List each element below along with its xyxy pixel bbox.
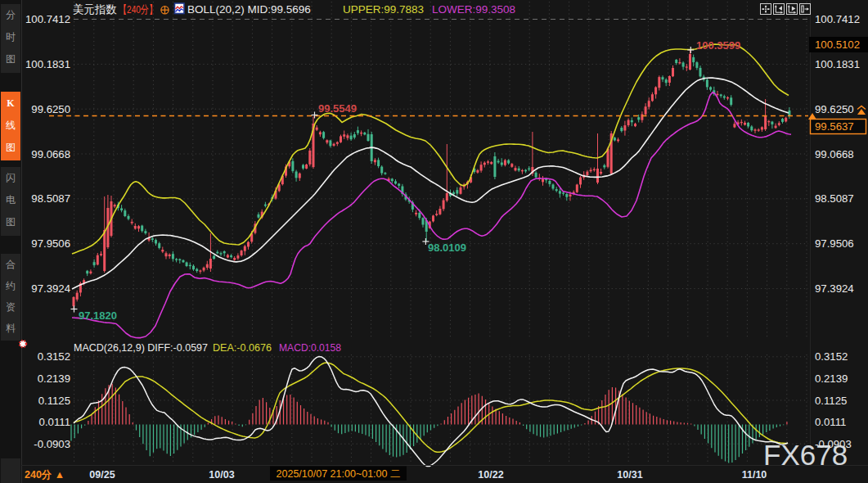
svg-text:FX678: FX678 xyxy=(763,439,848,471)
svg-text:10/31: 10/31 xyxy=(617,469,642,481)
svg-text:98.5087: 98.5087 xyxy=(815,192,854,205)
svg-text:10/03: 10/03 xyxy=(209,469,234,481)
svg-text:2025/10/07 21:00~01:00 二: 2025/10/07 21:00~01:00 二 xyxy=(277,468,401,480)
svg-text:【240分】: 【240分】 xyxy=(119,3,157,16)
svg-text:100.1831: 100.1831 xyxy=(25,58,70,70)
svg-text:100.5102: 100.5102 xyxy=(815,38,860,51)
svg-text:合: 合 xyxy=(6,259,16,270)
svg-text:99.5549: 99.5549 xyxy=(318,102,357,115)
svg-text:97.3924: 97.3924 xyxy=(31,282,70,295)
svg-text:99.0668: 99.0668 xyxy=(31,148,70,160)
svg-text:UPPER:99.7883: UPPER:99.7883 xyxy=(343,3,424,16)
svg-text:闪: 闪 xyxy=(6,172,16,183)
svg-text:0.0111: 0.0111 xyxy=(39,416,70,428)
svg-text:99.5637: 99.5637 xyxy=(815,120,854,133)
svg-text:DEA:-0.0676: DEA:-0.0676 xyxy=(213,341,272,354)
svg-text:-0.0903: -0.0903 xyxy=(34,438,70,450)
svg-text:97.1820: 97.1820 xyxy=(79,309,117,322)
svg-text:电: 电 xyxy=(6,194,16,205)
svg-text:98.0109: 98.0109 xyxy=(428,242,466,254)
svg-text:0.1125: 0.1125 xyxy=(38,395,70,407)
svg-text:LOWER:99.3508: LOWER:99.3508 xyxy=(432,3,515,16)
svg-text:0.3152: 0.3152 xyxy=(815,350,848,363)
svg-text:99.0668: 99.0668 xyxy=(815,148,854,160)
svg-text:K: K xyxy=(7,97,15,109)
svg-text:97.9506: 97.9506 xyxy=(31,237,70,250)
svg-text:MACD:0.0158: MACD:0.0158 xyxy=(279,341,341,354)
svg-text:100.3599: 100.3599 xyxy=(696,39,740,52)
svg-text:99.6250: 99.6250 xyxy=(31,103,70,115)
svg-text:11/10: 11/10 xyxy=(742,469,767,481)
svg-text:10/22: 10/22 xyxy=(478,469,503,481)
svg-text:图: 图 xyxy=(6,216,16,228)
svg-text:资: 资 xyxy=(6,301,16,313)
svg-text:100.7412: 100.7412 xyxy=(815,13,860,25)
svg-text:料: 料 xyxy=(6,323,16,334)
svg-text:09/25: 09/25 xyxy=(89,469,115,481)
svg-text:BOLL(20,2) MID:99.5696: BOLL(20,2) MID:99.5696 xyxy=(187,3,311,16)
svg-text:0.2139: 0.2139 xyxy=(38,372,70,385)
svg-text:97.3924: 97.3924 xyxy=(815,282,854,295)
svg-text:线: 线 xyxy=(6,120,16,131)
svg-text:图: 图 xyxy=(6,142,16,153)
svg-text:图: 图 xyxy=(6,53,16,65)
svg-text:97.9506: 97.9506 xyxy=(815,237,854,250)
svg-text:MACD(26,12,9) DIFF:-0.0597: MACD(26,12,9) DIFF:-0.0597 xyxy=(74,341,208,354)
svg-text:分: 分 xyxy=(6,9,16,20)
svg-text:0.0111: 0.0111 xyxy=(815,416,846,428)
svg-text:0.3152: 0.3152 xyxy=(38,350,70,363)
svg-text:100.1831: 100.1831 xyxy=(815,58,860,70)
svg-text:98.5087: 98.5087 xyxy=(31,192,70,205)
svg-text:100.7412: 100.7412 xyxy=(25,13,70,25)
svg-text:美元指数: 美元指数 xyxy=(73,3,117,16)
svg-text:240分 ▲: 240分 ▲ xyxy=(25,469,65,481)
svg-text:0.2139: 0.2139 xyxy=(815,372,848,385)
svg-text:99.6250: 99.6250 xyxy=(815,103,854,115)
svg-text:0.1125: 0.1125 xyxy=(815,395,847,407)
svg-text:约: 约 xyxy=(6,280,16,291)
svg-text:时: 时 xyxy=(6,31,16,43)
